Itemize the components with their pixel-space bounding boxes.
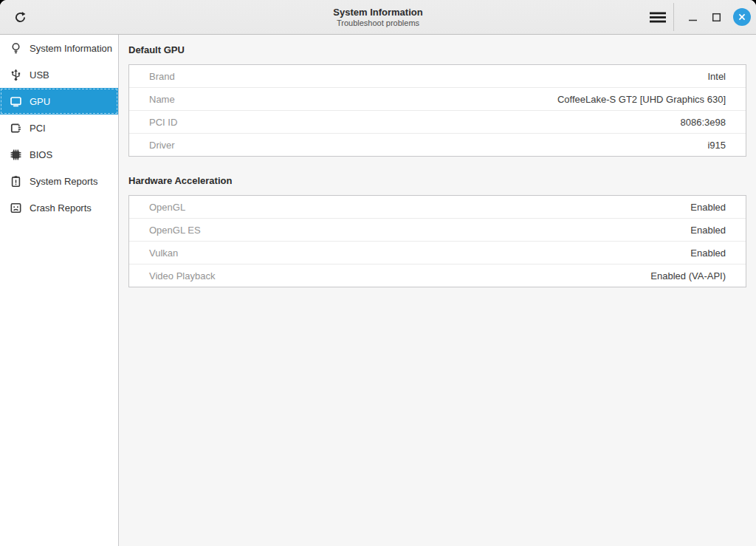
pci-card-icon xyxy=(9,121,22,134)
refresh-button[interactable] xyxy=(8,5,32,29)
sidebar-item-system-reports[interactable]: System Reports xyxy=(0,168,118,194)
table-row: Name CoffeeLake-S GT2 [UHD Graphics 630] xyxy=(129,87,746,110)
crash-face-icon xyxy=(9,201,22,214)
sidebar-item-label: PCI xyxy=(30,123,46,134)
menu-button[interactable] xyxy=(646,5,670,29)
row-value: Intel xyxy=(707,71,726,82)
usb-icon xyxy=(9,68,22,81)
minimize-icon xyxy=(688,13,698,22)
sidebar-item-label: BIOS xyxy=(30,149,52,160)
sidebar-item-usb[interactable]: USB xyxy=(0,61,118,88)
close-icon xyxy=(738,13,746,21)
table-row: Brand Intel xyxy=(129,65,746,87)
maximize-icon xyxy=(712,13,721,22)
window-controls xyxy=(646,3,756,31)
info-section: Hardware Acceleration OpenGL Enabled Ope… xyxy=(128,175,746,287)
clipboard-alert-icon xyxy=(9,174,22,188)
table-row: PCI ID 8086:3e98 xyxy=(129,110,746,133)
info-table: OpenGL Enabled OpenGL ES Enabled Vulkan … xyxy=(128,195,746,287)
titlebar-text: System Information Troubleshoot problems xyxy=(333,7,422,28)
titlebar-separator xyxy=(673,3,674,31)
hamburger-menu-icon xyxy=(649,11,667,24)
row-value: Enabled (VA-API) xyxy=(650,270,726,281)
row-label: Vulkan xyxy=(149,248,178,259)
sidebar-item-label: System Information xyxy=(30,43,112,54)
row-value: Enabled xyxy=(690,248,726,259)
table-row: Vulkan Enabled xyxy=(129,241,746,264)
content-area: Default GPU Brand Intel Name CoffeeLake-… xyxy=(119,35,756,546)
refresh-icon xyxy=(13,10,27,24)
minimize-button[interactable] xyxy=(681,5,704,29)
info-table: Brand Intel Name CoffeeLake-S GT2 [UHD G… xyxy=(128,64,746,157)
close-button[interactable] xyxy=(733,8,751,26)
row-value: i915 xyxy=(707,140,726,151)
row-label: OpenGL xyxy=(149,202,185,213)
titlebar: System Information Troubleshoot problems xyxy=(0,0,756,35)
sidebar-item-gpu[interactable]: GPU xyxy=(0,88,118,115)
gpu-monitor-icon xyxy=(9,95,22,108)
bios-chip-icon xyxy=(9,148,22,161)
row-value: 8086:3e98 xyxy=(681,117,726,128)
sidebar-item-pci[interactable]: PCI xyxy=(0,115,118,141)
lightbulb-icon xyxy=(9,41,22,55)
row-label: PCI ID xyxy=(149,117,177,128)
row-label: Name xyxy=(149,94,175,105)
row-value: Enabled xyxy=(690,202,726,213)
sidebar-item-label: USB xyxy=(30,69,49,81)
sidebar-item-bios[interactable]: BIOS xyxy=(0,141,118,168)
row-label: Video Playback xyxy=(149,270,215,281)
row-value: Enabled xyxy=(690,225,726,236)
table-row: Driver i915 xyxy=(129,133,746,156)
app-window: System Information Troubleshoot problems xyxy=(0,0,756,546)
row-label: OpenGL ES xyxy=(149,225,201,236)
window-subtitle: Troubleshoot problems xyxy=(333,18,422,28)
section-title: Default GPU xyxy=(128,44,746,55)
window-title: System Information xyxy=(333,7,422,18)
sidebar-item-label: System Reports xyxy=(30,176,97,187)
row-value: CoffeeLake-S GT2 [UHD Graphics 630] xyxy=(557,94,726,105)
sidebar-item-label: GPU xyxy=(30,96,50,107)
sidebar-item-system-information[interactable]: System Information xyxy=(0,35,118,61)
table-row: OpenGL ES Enabled xyxy=(129,218,746,241)
main-area: System Information USB GPU PCI BIOS Syst… xyxy=(0,35,756,546)
sidebar-item-label: Crash Reports xyxy=(30,202,92,214)
sidebar-item-crash-reports[interactable]: Crash Reports xyxy=(0,194,118,221)
table-row: OpenGL Enabled xyxy=(129,196,746,218)
info-section: Default GPU Brand Intel Name CoffeeLake-… xyxy=(128,44,746,157)
row-label: Driver xyxy=(149,140,175,151)
table-row: Video Playback Enabled (VA-API) xyxy=(129,264,746,287)
row-label: Brand xyxy=(149,71,175,82)
maximize-button[interactable] xyxy=(704,5,728,29)
section-title: Hardware Acceleration xyxy=(128,175,746,186)
sidebar: System Information USB GPU PCI BIOS Syst… xyxy=(0,35,119,546)
